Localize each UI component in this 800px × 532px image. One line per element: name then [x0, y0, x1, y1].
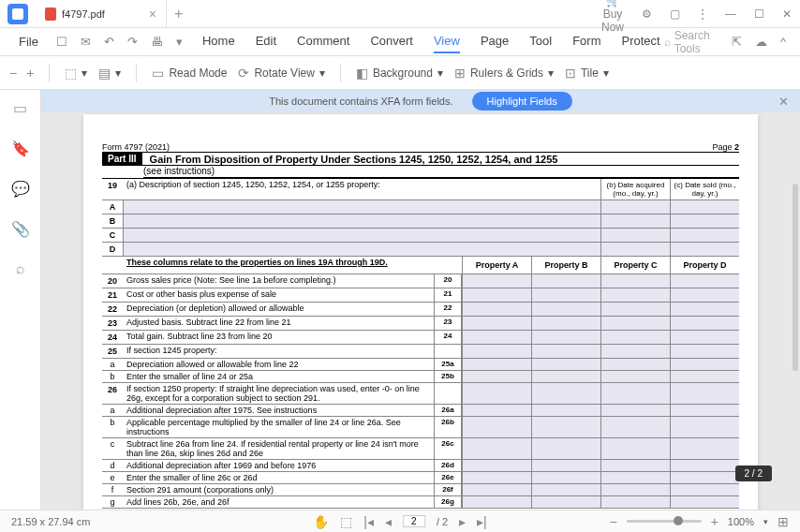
pdf-icon — [45, 7, 56, 21]
part-label: Part III — [102, 153, 142, 165]
select-tool-icon[interactable]: ⬚ — [340, 514, 352, 529]
zoom-level[interactable]: 100% — [728, 516, 754, 527]
column-note: These columns relate to the properties o… — [123, 257, 462, 273]
tab-filename: f4797.pdf — [62, 8, 105, 20]
redo-icon[interactable]: ↷ — [123, 35, 142, 49]
page-dimensions: 21.59 x 27.94 cm — [11, 516, 90, 527]
prop-a-header: Property A — [462, 257, 531, 273]
collapse-icon[interactable]: ^ — [776, 35, 791, 49]
col-b-header: (b) Date acquired (mo., day, yr.) — [600, 179, 670, 200]
fit-page-button[interactable]: ⬚▾ — [65, 66, 87, 81]
document-viewport[interactable]: Form 4797 (2021) Page 2 Part III Gain Fr… — [41, 90, 800, 510]
background-button[interactable]: ◧Background▾ — [356, 66, 443, 81]
form-header-right: Page 2 — [712, 142, 739, 152]
left-sidebar: ▭ 🔖 💬 📎 ⌕ — [0, 90, 41, 510]
page-total: / 2 — [437, 516, 448, 527]
letter-C: C — [102, 229, 123, 242]
letter-D: D — [102, 243, 123, 256]
line-19: 19 — [102, 179, 123, 200]
zoom-in-icon[interactable]: + — [26, 66, 34, 81]
dropdown-icon[interactable]: ▾ — [171, 35, 187, 49]
prop-b-header: Property B — [531, 257, 600, 273]
more-icon[interactable]: ⋮ — [689, 7, 716, 21]
search-icon[interactable]: ⌕ — [664, 36, 671, 49]
tab-comment[interactable]: Comment — [297, 30, 349, 53]
comment-icon[interactable]: 💬 — [11, 180, 30, 198]
tab-home[interactable]: Home — [202, 30, 235, 53]
close-button[interactable]: ✕ — [774, 7, 800, 21]
tab-view[interactable]: View — [434, 30, 460, 53]
cloud-icon[interactable]: ☁ — [750, 35, 772, 49]
letter-A: A — [102, 200, 123, 214]
document-tab[interactable]: f4797.pdf × — [36, 0, 167, 27]
zoom-out-icon[interactable]: − — [9, 66, 17, 81]
add-tab-icon[interactable]: + — [167, 6, 190, 22]
maximize-button[interactable]: ☐ — [746, 7, 772, 21]
minimize-button[interactable]: — — [718, 7, 744, 21]
zoom-in-status-icon[interactable]: + — [711, 514, 719, 529]
rulers-grids-button[interactable]: ⊞Rulers & Grids▾ — [454, 66, 554, 81]
menubar: File ☐ ✉ ↶ ↷ 🖶 ▾ Home Edit Comment Conve… — [0, 28, 800, 56]
scrollbar[interactable] — [793, 184, 798, 371]
attachment-icon[interactable]: 📎 — [11, 220, 30, 238]
highlight-fields-button[interactable]: Highlight Fields — [472, 92, 572, 111]
buy-now-link[interactable]: 🛒 Buy Now — [600, 0, 626, 34]
rotate-view-button[interactable]: ⟳Rotate View▾ — [238, 66, 324, 81]
first-page-icon[interactable]: |◂ — [363, 514, 374, 529]
tile-button[interactable]: ⊡Tile▾ — [565, 66, 609, 81]
tab-tool[interactable]: Tool — [529, 30, 552, 53]
close-banner-icon[interactable]: ✕ — [778, 95, 789, 109]
next-page-icon[interactable]: ▸ — [459, 514, 466, 529]
app-icon[interactable] — [7, 4, 28, 24]
desc-A[interactable] — [123, 200, 600, 214]
page-badge: 2 / 2 — [735, 466, 772, 481]
print-icon[interactable]: 🖶 — [146, 35, 168, 49]
see-instructions: (see instructions) — [143, 166, 739, 178]
share-icon[interactable]: ⇱ — [727, 35, 747, 49]
line-19a-text: (a) Description of section 1245, 1250, 1… — [123, 179, 600, 200]
desc-B[interactable] — [123, 214, 600, 228]
tab-convert[interactable]: Convert — [370, 30, 413, 53]
xfa-message: This document contains XFA form fields. — [269, 96, 452, 107]
part-title: Gain From Disposition of Property Under … — [150, 154, 558, 165]
statusbar: 21.59 x 27.94 cm ✋ ⬚ |◂ ◂ / 2 ▸ ▸| − + 1… — [0, 510, 800, 532]
search-panel-icon[interactable]: ⌕ — [16, 260, 25, 277]
tab-edit[interactable]: Edit — [256, 30, 276, 53]
prev-page-icon[interactable]: ◂ — [385, 514, 392, 529]
hand-tool-icon[interactable]: ✋ — [313, 514, 329, 529]
mail-icon[interactable]: ✉ — [76, 35, 96, 49]
desc-D[interactable] — [123, 243, 600, 256]
prop-c-header: Property C — [600, 257, 670, 273]
bell-icon[interactable]: ▢ — [661, 7, 688, 21]
gear-icon[interactable]: ⚙ — [633, 7, 659, 21]
last-page-icon[interactable]: ▸| — [477, 514, 487, 529]
page-input[interactable] — [403, 515, 425, 527]
prop-d-header: Property D — [670, 257, 739, 273]
svg-rect-0 — [12, 8, 23, 20]
save-icon[interactable]: ☐ — [52, 35, 72, 49]
desc-C[interactable] — [123, 229, 600, 242]
tab-form[interactable]: Form — [572, 30, 600, 53]
search-tools[interactable]: Search Tools — [674, 29, 712, 55]
zoom-slider[interactable] — [627, 520, 702, 523]
fullscreen-icon[interactable]: ⊞ — [778, 514, 789, 529]
close-tab-icon[interactable]: × — [149, 7, 156, 22]
tab-page[interactable]: Page — [481, 30, 509, 53]
letter-B: B — [102, 214, 123, 228]
pdf-page: Form 4797 (2021) Page 2 Part III Gain Fr… — [83, 114, 758, 510]
titlebar: f4797.pdf × + 🛒 Buy Now ⚙ ▢ ⋮ — ☐ ✕ — [0, 0, 800, 28]
bookmark-icon[interactable]: 🔖 — [11, 140, 30, 157]
xfa-banner: This document contains XFA form fields. … — [41, 90, 800, 112]
tab-protect[interactable]: Protect — [621, 30, 659, 53]
form-header-left: Form 4797 (2021) — [102, 142, 170, 152]
undo-icon[interactable]: ↶ — [99, 35, 119, 49]
col-c-header: (c) Date sold (mo., day, yr.) — [670, 179, 739, 200]
file-menu[interactable]: File — [9, 35, 48, 49]
zoom-out-status-icon[interactable]: − — [609, 514, 616, 529]
page-layout-button[interactable]: ▤▾ — [98, 66, 121, 81]
thumbnails-icon[interactable]: ▭ — [13, 99, 27, 117]
read-mode-button[interactable]: ▭Read Mode — [152, 66, 227, 81]
view-toolbar: − + ⬚▾ ▤▾ ▭Read Mode ⟳Rotate View▾ ◧Back… — [0, 56, 800, 90]
